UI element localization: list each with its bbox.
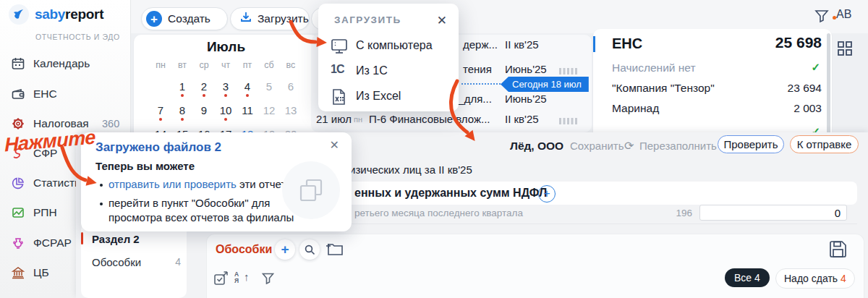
send-check-links[interactable]: отправить или проверить [109, 178, 237, 190]
report-row-date: 21 июл [316, 113, 352, 125]
floppy-disk-icon [829, 240, 847, 258]
check-icon: ✓ [811, 125, 820, 132]
ens-title: ЕНС [612, 35, 642, 52]
calendar-day[interactable]: 8 [171, 100, 193, 124]
brand-name[interactable]: sabyreport [35, 7, 103, 22]
status-bars-icon [559, 115, 577, 128]
scrollbar[interactable] [827, 33, 830, 132]
save-file-button[interactable] [829, 240, 847, 261]
add-section-button[interactable]: + [538, 185, 556, 203]
calendar-weekday-row: пнвтсрчтптсбвс [150, 58, 302, 76]
calendar-day[interactable]: 9 [193, 100, 215, 124]
search-button[interactable] [299, 239, 320, 260]
close-icon[interactable]: ✕ [330, 138, 339, 152]
close-icon[interactable]: ✕ [437, 13, 447, 28]
funnel-icon [262, 273, 274, 284]
saby-logo[interactable] [9, 4, 29, 25]
report-row-name[interactable]: тения [463, 63, 492, 75]
filter-icon[interactable] [814, 9, 829, 26]
calendar-day[interactable]: 10 [215, 100, 237, 124]
app-window: sabyreport ОТЧЕТНОСТЬ И ЭДО Календарь ЕН… [0, 0, 868, 298]
company-name: Лёд, ООО [510, 140, 563, 153]
calendar-week-3: 14151617181920 [150, 124, 302, 132]
calendar-day[interactable]: 14 [150, 124, 171, 132]
grid-view-icon[interactable] [837, 41, 853, 59]
nav-obosobki[interactable]: Обособки [92, 256, 141, 268]
bullet-dot [100, 203, 103, 205]
sidebar-item-ens[interactable]: ЕНС [0, 82, 130, 106]
add-obosobka-button[interactable]: + [275, 239, 295, 260]
calendar-day[interactable]: 20 [280, 124, 302, 132]
calendar-day[interactable]: 1 [171, 76, 193, 100]
ens-org-name[interactable]: Маринад [612, 102, 659, 115]
computer-icon [331, 38, 349, 55]
ens-org-name[interactable]: "Компания "Тензор" [612, 82, 715, 95]
calendar-day[interactable]: 15 [171, 124, 193, 132]
calendar-day[interactable]: 12 [258, 100, 280, 124]
calendar-day[interactable]: 19 [258, 124, 280, 132]
wallet-icon [11, 87, 25, 101]
menu-item-from-excel[interactable]: Из Excel [318, 88, 459, 108]
today-badge: Сегодня 18 июл [501, 77, 589, 92]
calendar-widget: Июль пнвтсрчтптсбвс 123456 78910111213 1… [134, 35, 318, 132]
report-row-name[interactable]: П-6 Финансовые влож... [369, 113, 490, 125]
save-button[interactable]: Сохранить [570, 140, 624, 152]
calendar-day[interactable]: 13 [280, 100, 302, 124]
report-row-name[interactable]: держ... [463, 38, 498, 51]
menu-item-from-computer[interactable]: С компьютера [318, 37, 459, 57]
upload-button[interactable]: Загрузить [230, 7, 310, 30]
ens-org-value: 2 003 [793, 102, 822, 115]
select-all-button[interactable] [214, 271, 229, 288]
add-folder-button[interactable] [326, 241, 344, 260]
calendar-day-today[interactable]: 18 [237, 124, 258, 132]
sidebar-item-calendar[interactable]: Календарь [0, 51, 130, 76]
calendar-day[interactable]: 2 [193, 76, 215, 100]
filter-button[interactable] [262, 273, 274, 287]
form-value-input[interactable] [699, 205, 847, 221]
calendar-grid: пнвтсрчтптсбвс 123456 78910111213 141516… [150, 58, 302, 132]
notification-bullet-2: перейти в пункт "Обособки" дляпросмотра … [109, 196, 294, 225]
create-button[interactable]: + Создать [141, 7, 228, 30]
filter-need-pill[interactable]: Надо сдать4 [775, 268, 855, 289]
calendar-day[interactable]: 6 [280, 76, 302, 100]
arrow-up-icon: ↑ [244, 271, 250, 283]
check-report-button[interactable]: Проверить [718, 135, 784, 153]
obosobki-title: Обособки [216, 243, 272, 256]
need-count: 4 [841, 273, 846, 284]
calendar-day[interactable]: 16 [193, 124, 215, 132]
ens-total: 25 698 [775, 34, 822, 51]
calendar-day[interactable]: 5 [258, 76, 280, 100]
ens-widget[interactable]: ЕНС 25 698 Начислений нет ✓ "Компания "Т… [593, 29, 832, 132]
filter-all-pill[interactable]: Все 4 [725, 268, 770, 287]
nav-section-2[interactable]: Раздел 2 [92, 233, 140, 245]
1c-icon: 1С [331, 63, 349, 80]
report-row-weekday: пн [354, 115, 362, 124]
ens-org-value: 23 694 [788, 82, 822, 95]
calendar-icon [11, 56, 25, 71]
menu-item-from-1c[interactable]: 1С Из 1С [318, 62, 459, 82]
today-divider [461, 83, 501, 85]
search-icon [305, 244, 315, 255]
excel-icon [331, 88, 349, 106]
avatar[interactable]: АВ [836, 8, 851, 21]
refill-button[interactable]: Перезаполнить [639, 140, 717, 152]
calendar-day[interactable]: 11 [237, 100, 258, 124]
sfr-icon [11, 146, 25, 161]
form-row-code: 196 [663, 208, 692, 218]
calendar-day [150, 76, 171, 100]
calendar-day[interactable]: 17 [215, 124, 237, 132]
send-button[interactable]: К отправке [790, 135, 859, 153]
calendar-week-1: 123456 [150, 76, 302, 100]
download-icon [239, 11, 252, 27]
calendar-day[interactable]: 4 [237, 76, 258, 100]
report-row-period: Июнь'25 [505, 63, 547, 75]
ens-no-accruals: Начислений нет [612, 61, 696, 74]
form-row-label: ретьего месяца последнего квартала [354, 208, 523, 218]
copy-icon [297, 176, 325, 204]
sort-button[interactable]: А Я ↑ [234, 271, 253, 285]
calendar-day[interactable]: 7 [150, 100, 171, 124]
fsrar-icon [11, 236, 25, 250]
calendar-day[interactable]: 3 [215, 76, 237, 100]
saby-bird-icon [12, 8, 25, 21]
brand-subtitle: ОТЧЕТНОСТЬ И ЭДО [35, 33, 120, 41]
